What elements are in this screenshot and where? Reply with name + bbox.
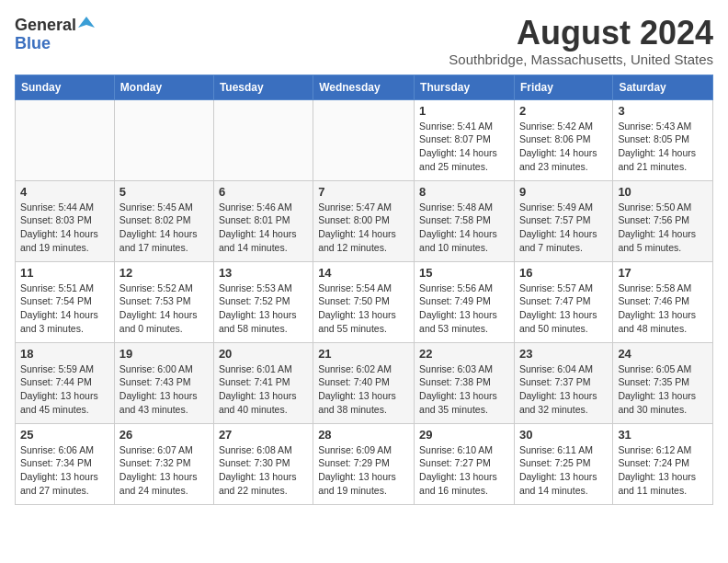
calendar-cell: 22Sunrise: 6:03 AM Sunset: 7:38 PM Dayli… bbox=[415, 342, 515, 423]
week-row-0: 1Sunrise: 5:41 AM Sunset: 8:07 PM Daylig… bbox=[16, 99, 713, 180]
day-number: 30 bbox=[519, 428, 608, 442]
header-wednesday: Wednesday bbox=[313, 75, 415, 99]
logo: General Blue bbox=[15, 15, 95, 52]
day-info: Sunrise: 6:10 AM Sunset: 7:27 PM Dayligh… bbox=[419, 443, 509, 498]
calendar-cell: 14Sunrise: 5:54 AM Sunset: 7:50 PM Dayli… bbox=[313, 261, 415, 342]
day-number: 10 bbox=[618, 185, 708, 199]
day-info: Sunrise: 6:06 AM Sunset: 7:34 PM Dayligh… bbox=[20, 443, 109, 498]
day-number: 25 bbox=[20, 428, 109, 442]
calendar-cell: 17Sunrise: 5:58 AM Sunset: 7:46 PM Dayli… bbox=[613, 261, 713, 342]
calendar-cell: 23Sunrise: 6:04 AM Sunset: 7:37 PM Dayli… bbox=[514, 342, 612, 423]
calendar-cell: 19Sunrise: 6:00 AM Sunset: 7:43 PM Dayli… bbox=[114, 342, 213, 423]
calendar-cell: 4Sunrise: 5:44 AM Sunset: 8:03 PM Daylig… bbox=[16, 180, 115, 261]
calendar-cell: 30Sunrise: 6:11 AM Sunset: 7:25 PM Dayli… bbox=[514, 423, 612, 504]
header-thursday: Thursday bbox=[415, 75, 515, 99]
day-info: Sunrise: 6:07 AM Sunset: 7:32 PM Dayligh… bbox=[119, 443, 209, 498]
day-info: Sunrise: 5:52 AM Sunset: 7:53 PM Dayligh… bbox=[119, 282, 209, 336]
day-info: Sunrise: 5:59 AM Sunset: 7:44 PM Dayligh… bbox=[20, 362, 109, 417]
day-number: 21 bbox=[318, 347, 409, 361]
day-info: Sunrise: 6:00 AM Sunset: 7:43 PM Dayligh… bbox=[119, 362, 209, 417]
calendar-cell: 9Sunrise: 5:49 AM Sunset: 7:57 PM Daylig… bbox=[514, 180, 612, 261]
calendar-table: SundayMondayTuesdayWednesdayThursdayFrid… bbox=[15, 75, 713, 505]
day-number: 19 bbox=[119, 347, 209, 361]
day-info: Sunrise: 6:05 AM Sunset: 7:35 PM Dayligh… bbox=[618, 362, 708, 417]
header-sunday: Sunday bbox=[16, 75, 115, 99]
calendar-cell: 5Sunrise: 5:45 AM Sunset: 8:02 PM Daylig… bbox=[114, 180, 213, 261]
day-number: 2 bbox=[519, 104, 608, 118]
calendar-cell: 10Sunrise: 5:50 AM Sunset: 7:56 PM Dayli… bbox=[613, 180, 713, 261]
day-info: Sunrise: 5:49 AM Sunset: 7:57 PM Dayligh… bbox=[519, 201, 608, 255]
day-number: 11 bbox=[20, 266, 109, 280]
calendar-cell: 29Sunrise: 6:10 AM Sunset: 7:27 PM Dayli… bbox=[415, 423, 515, 504]
header-friday: Friday bbox=[514, 75, 612, 99]
calendar-cell: 12Sunrise: 5:52 AM Sunset: 7:53 PM Dayli… bbox=[114, 261, 213, 342]
header-monday: Monday bbox=[114, 75, 213, 99]
day-info: Sunrise: 6:12 AM Sunset: 7:24 PM Dayligh… bbox=[618, 443, 708, 498]
day-number: 16 bbox=[519, 266, 608, 280]
day-number: 23 bbox=[519, 347, 608, 361]
day-number: 20 bbox=[219, 347, 308, 361]
day-info: Sunrise: 6:11 AM Sunset: 7:25 PM Dayligh… bbox=[519, 443, 608, 498]
header-saturday: Saturday bbox=[613, 75, 713, 99]
calendar-cell bbox=[16, 99, 115, 180]
day-info: Sunrise: 6:08 AM Sunset: 7:30 PM Dayligh… bbox=[219, 443, 308, 498]
calendar-cell: 13Sunrise: 5:53 AM Sunset: 7:52 PM Dayli… bbox=[213, 261, 313, 342]
day-number: 27 bbox=[219, 428, 308, 442]
calendar-cell: 20Sunrise: 6:01 AM Sunset: 7:41 PM Dayli… bbox=[213, 342, 313, 423]
day-info: Sunrise: 5:54 AM Sunset: 7:50 PM Dayligh… bbox=[318, 282, 409, 336]
day-number: 5 bbox=[119, 185, 209, 199]
day-number: 24 bbox=[618, 347, 708, 361]
calendar-cell: 8Sunrise: 5:48 AM Sunset: 7:58 PM Daylig… bbox=[415, 180, 515, 261]
day-number: 7 bbox=[318, 185, 409, 199]
calendar-cell: 27Sunrise: 6:08 AM Sunset: 7:30 PM Dayli… bbox=[213, 423, 313, 504]
day-number: 9 bbox=[519, 185, 608, 199]
day-number: 1 bbox=[419, 104, 509, 118]
day-info: Sunrise: 5:50 AM Sunset: 7:56 PM Dayligh… bbox=[618, 201, 708, 255]
day-info: Sunrise: 6:01 AM Sunset: 7:41 PM Dayligh… bbox=[219, 362, 308, 417]
calendar-cell: 18Sunrise: 5:59 AM Sunset: 7:44 PM Dayli… bbox=[16, 342, 115, 423]
day-info: Sunrise: 5:51 AM Sunset: 7:54 PM Dayligh… bbox=[20, 282, 109, 336]
header: General Blue August 2024 Southbridge, Ma… bbox=[15, 15, 713, 67]
day-number: 26 bbox=[119, 428, 209, 442]
day-info: Sunrise: 6:03 AM Sunset: 7:38 PM Dayligh… bbox=[419, 362, 509, 417]
calendar-cell: 1Sunrise: 5:41 AM Sunset: 8:07 PM Daylig… bbox=[415, 99, 515, 180]
day-number: 17 bbox=[618, 266, 708, 280]
calendar-cell bbox=[114, 99, 213, 180]
week-row-2: 11Sunrise: 5:51 AM Sunset: 7:54 PM Dayli… bbox=[16, 261, 713, 342]
calendar-cell: 26Sunrise: 6:07 AM Sunset: 7:32 PM Dayli… bbox=[114, 423, 213, 504]
month-title: August 2024 bbox=[449, 15, 713, 52]
day-info: Sunrise: 5:53 AM Sunset: 7:52 PM Dayligh… bbox=[219, 282, 308, 336]
calendar-cell: 6Sunrise: 5:46 AM Sunset: 8:01 PM Daylig… bbox=[213, 180, 313, 261]
day-info: Sunrise: 5:56 AM Sunset: 7:49 PM Dayligh… bbox=[419, 282, 509, 336]
day-number: 3 bbox=[618, 104, 708, 118]
calendar-cell: 3Sunrise: 5:43 AM Sunset: 8:05 PM Daylig… bbox=[613, 99, 713, 180]
day-info: Sunrise: 5:44 AM Sunset: 8:03 PM Dayligh… bbox=[20, 201, 109, 255]
day-number: 4 bbox=[20, 185, 109, 199]
calendar-cell bbox=[313, 99, 415, 180]
day-number: 31 bbox=[618, 428, 708, 442]
header-tuesday: Tuesday bbox=[213, 75, 313, 99]
day-info: Sunrise: 6:02 AM Sunset: 7:40 PM Dayligh… bbox=[318, 362, 409, 417]
day-info: Sunrise: 5:45 AM Sunset: 8:02 PM Dayligh… bbox=[119, 201, 209, 255]
day-number: 18 bbox=[20, 347, 109, 361]
day-number: 8 bbox=[419, 185, 509, 199]
day-number: 15 bbox=[419, 266, 509, 280]
calendar-cell: 2Sunrise: 5:42 AM Sunset: 8:06 PM Daylig… bbox=[514, 99, 612, 180]
day-number: 13 bbox=[219, 266, 308, 280]
day-info: Sunrise: 5:43 AM Sunset: 8:05 PM Dayligh… bbox=[618, 120, 708, 174]
week-row-3: 18Sunrise: 5:59 AM Sunset: 7:44 PM Dayli… bbox=[16, 342, 713, 423]
week-row-4: 25Sunrise: 6:06 AM Sunset: 7:34 PM Dayli… bbox=[16, 423, 713, 504]
day-info: Sunrise: 5:47 AM Sunset: 8:00 PM Dayligh… bbox=[318, 201, 409, 255]
logo-general-text: General bbox=[15, 17, 76, 33]
calendar-header-row: SundayMondayTuesdayWednesdayThursdayFrid… bbox=[16, 75, 713, 99]
day-info: Sunrise: 5:46 AM Sunset: 8:01 PM Dayligh… bbox=[219, 201, 308, 255]
week-row-1: 4Sunrise: 5:44 AM Sunset: 8:03 PM Daylig… bbox=[16, 180, 713, 261]
calendar-cell: 15Sunrise: 5:56 AM Sunset: 7:49 PM Dayli… bbox=[415, 261, 515, 342]
calendar-cell: 7Sunrise: 5:47 AM Sunset: 8:00 PM Daylig… bbox=[313, 180, 415, 261]
calendar-cell: 21Sunrise: 6:02 AM Sunset: 7:40 PM Dayli… bbox=[313, 342, 415, 423]
logo-blue-text: Blue bbox=[15, 35, 51, 52]
calendar-cell: 28Sunrise: 6:09 AM Sunset: 7:29 PM Dayli… bbox=[313, 423, 415, 504]
day-number: 12 bbox=[119, 266, 209, 280]
day-number: 29 bbox=[419, 428, 509, 442]
calendar-cell: 25Sunrise: 6:06 AM Sunset: 7:34 PM Dayli… bbox=[16, 423, 115, 504]
